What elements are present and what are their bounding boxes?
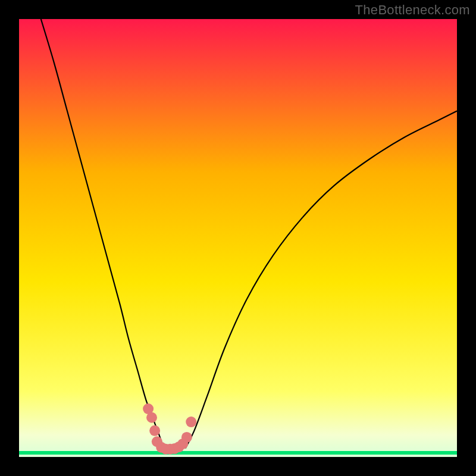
chart-svg (19, 19, 457, 457)
watermark-text: TheBottleneck.com (355, 2, 470, 18)
marker-dot (149, 425, 160, 436)
marker-dot (181, 432, 192, 443)
marker-dot (146, 412, 157, 423)
chart-stage: TheBottleneck.com (0, 0, 476, 476)
gradient-background (19, 19, 457, 457)
plot-area (19, 19, 457, 457)
marker-dot (186, 416, 196, 427)
bottom-green-line (19, 451, 457, 455)
